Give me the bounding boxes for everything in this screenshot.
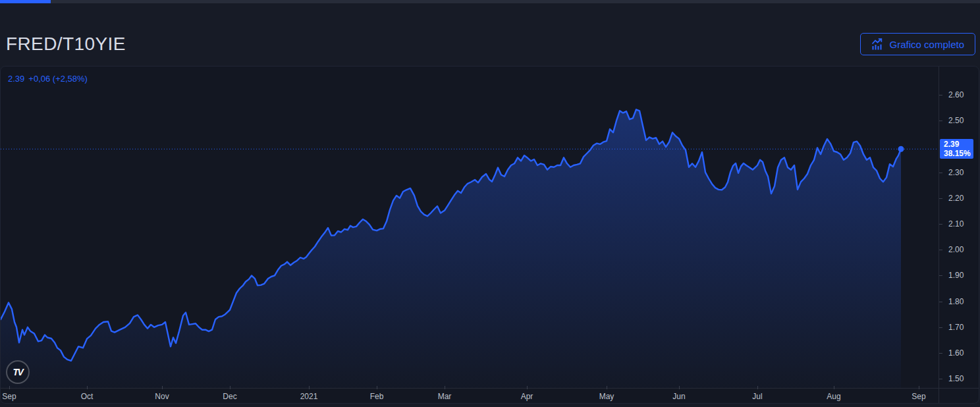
time-tick-label: Dec [223,392,236,401]
price-tick-label: 1.90 [948,271,964,280]
price-label-value: 2.39 [944,140,973,149]
price-tick-mark [939,250,942,250]
price-tick-mark [939,95,942,95]
tradingview-logo[interactable]: TV [6,360,30,384]
price-tick-mark [939,275,942,276]
loading-bar-progress [0,0,51,3]
price-tick-mark [939,379,942,379]
chart-legend: 2.39+0,06 (+2,58%) [8,74,92,84]
price-tick-mark [939,327,942,328]
time-tick-label: Nov [155,392,169,401]
time-tick-label: Jul [752,392,762,401]
time-tick-mark [919,386,919,389]
time-tick-label: Sep [2,392,16,401]
time-tick-mark [162,386,163,389]
time-tick-mark [445,386,445,389]
price-tick-label: 2.00 [948,245,964,254]
time-tick-mark [607,386,607,389]
time-tick-label: Aug [827,392,840,401]
tradingview-logo-text: TV [13,367,23,377]
time-tick-label: Jun [672,392,685,401]
price-tick-label: 2.50 [948,116,964,125]
current-price-label: 2.39 38.15% [940,139,973,159]
loading-bar-track [0,0,980,3]
time-tick-label: 2021 [300,392,318,401]
price-tick-mark [939,353,942,354]
price-tick-mark [939,121,942,121]
time-tick-mark [87,386,88,389]
time-tick-mark [834,386,834,389]
area-fill [1,109,901,388]
full-chart-button[interactable]: Grafico completo [860,33,975,55]
time-tick-label: Sep [912,392,925,401]
price-tick-label: 1.50 [948,374,964,383]
time-tick-mark [309,386,310,389]
price-tick-mark [939,198,942,199]
time-tick-label: Feb [370,392,384,401]
legend-last-price: 2.39 [8,74,24,84]
last-value-dot [898,146,904,152]
tradingview-symbol-widget: { "colors":{"accent":"#2962ff","pane_bg"… [0,0,980,407]
price-tick-label: 1.60 [948,348,964,358]
time-tick-mark [757,386,758,389]
price-tick-label: 2.60 [948,90,964,99]
price-tick-mark [939,224,942,225]
time-tick-mark [679,386,680,389]
time-scale[interactable]: SepOctNovDec2021FebMarAprMayJunJulAugSep [1,389,939,403]
price-tick-label: 2.20 [948,194,964,203]
price-tick-label: 2.10 [948,219,964,229]
symbol-title: FRED/T10YIE [6,34,126,55]
price-tick-label: 1.80 [948,297,964,306]
full-chart-button-label: Grafico completo [890,39,964,50]
price-tick-mark [939,302,942,302]
chart-icon [871,38,884,51]
price-tick-label: 2.30 [948,168,964,177]
time-tick-label: Apr [521,392,533,401]
price-tick-label: 1.70 [948,323,964,332]
time-tick-mark [9,386,10,389]
time-tick-label: Mar [438,392,452,401]
time-tick-label: Oct [81,392,94,401]
legend-change: +0,06 (+2,58%) [28,74,88,84]
chart-plot-area[interactable] [1,67,939,388]
price-tick-mark [939,173,942,173]
price-scale[interactable]: 2.602.502.302.202.102.001.901.801.701.60… [939,67,979,388]
chart-panel: 2.39+0,06 (+2,58%) 2.602.502.302.202.102… [0,66,979,404]
time-tick-mark [377,386,377,389]
price-label-percent: 38.15% [944,149,973,158]
time-tick-mark [230,386,231,389]
time-tick-mark [527,386,528,389]
time-tick-label: May [599,392,614,401]
